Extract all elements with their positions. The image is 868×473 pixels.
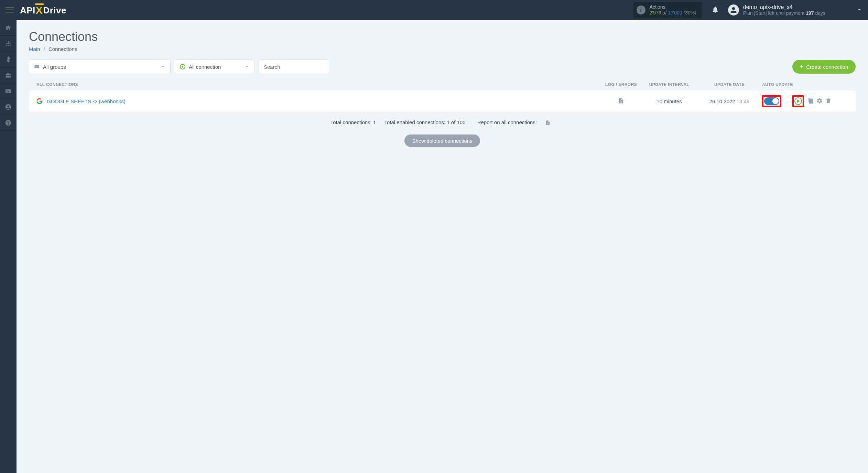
- page-title: Connections: [29, 30, 856, 44]
- create-connection-label: Create connection: [806, 64, 848, 70]
- date-cell: 26.10.2022 13:49: [697, 98, 762, 104]
- th-date: UPDATE DATE: [697, 82, 762, 87]
- search-input[interactable]: [264, 64, 324, 70]
- logo[interactable]: APIXDrive: [20, 4, 66, 16]
- plus-icon: +: [800, 64, 804, 70]
- sidebar-item-home[interactable]: [0, 20, 17, 36]
- user-menu[interactable]: demo_apix-drive_s4 Plan |Start| left unt…: [728, 4, 862, 16]
- filters-row: All groups All connection + Create conne…: [29, 60, 856, 74]
- connection-select-label: All connection: [189, 64, 221, 70]
- plan-suffix: days: [814, 10, 825, 16]
- breadcrumb: Main / Connections: [29, 46, 856, 52]
- breadcrumb-sep: /: [44, 46, 45, 52]
- connection-status-select[interactable]: All connection: [175, 60, 254, 74]
- chevron-down-icon: [161, 64, 165, 70]
- sidebar-item-billing[interactable]: [0, 52, 17, 67]
- create-connection-button[interactable]: + Create connection: [792, 60, 856, 74]
- auto-update-toggle[interactable]: [764, 97, 779, 105]
- sidebar-item-video[interactable]: [0, 83, 17, 99]
- sidebar-item-briefcase[interactable]: [0, 67, 17, 83]
- highlight-box: [792, 95, 804, 107]
- report-icon[interactable]: [545, 119, 551, 125]
- th-interval: UPDATE INTERVAL: [642, 82, 697, 87]
- main-content: Connections Main / Connections All group…: [17, 20, 868, 157]
- plan-line: Plan |Start| left until payment 197 days: [743, 10, 825, 16]
- sidebar: [0, 20, 17, 157]
- update-time: 13:49: [735, 98, 750, 104]
- report-label: Report on all connections:: [477, 119, 537, 125]
- avatar-icon: [728, 4, 739, 15]
- groups-select-label: All groups: [43, 64, 66, 70]
- connection-name-link[interactable]: GOOGLE SHEETS -> (webhooks): [47, 98, 126, 104]
- breadcrumb-main[interactable]: Main: [29, 46, 40, 52]
- actions-total: 10'000: [668, 10, 682, 15]
- chevron-down-icon: [856, 7, 862, 14]
- notifications-bell-icon[interactable]: [712, 6, 719, 14]
- trash-icon[interactable]: [825, 98, 832, 105]
- th-auto: AUTO UPDATE: [762, 82, 848, 87]
- table-header: ALL CONNECTIONS LOG / ERRORS UPDATE INTE…: [29, 81, 856, 90]
- total-connections: Total connections: 1: [330, 119, 376, 125]
- run-now-button[interactable]: [794, 97, 802, 105]
- th-log: LOG / ERRORS: [600, 82, 642, 87]
- username: demo_apix-drive_s4: [743, 4, 825, 10]
- google-icon: [36, 98, 43, 104]
- sidebar-item-connections[interactable]: [0, 36, 17, 52]
- info-icon: i: [637, 6, 645, 14]
- actions-used: 2'973: [650, 10, 661, 15]
- total-enabled: Total enabled connections: 1 of 100: [384, 119, 465, 125]
- chevron-down-icon: [245, 64, 249, 70]
- actions-of: of: [661, 10, 668, 15]
- stats-line: Total connections: 1 Total enabled conne…: [29, 119, 856, 126]
- highlight-box: [762, 95, 781, 107]
- search-box[interactable]: [259, 60, 329, 74]
- interval-cell: 10 minutes: [642, 98, 697, 104]
- update-date: 26.10.2022: [709, 98, 735, 104]
- plan-prefix: Plan |Start| left until payment: [743, 10, 806, 16]
- th-name: ALL CONNECTIONS: [36, 82, 600, 87]
- gear-icon[interactable]: [816, 98, 823, 105]
- breadcrumb-current: Connections: [48, 46, 77, 52]
- sidebar-item-account[interactable]: [0, 99, 17, 115]
- plan-days: 197: [806, 10, 814, 16]
- copy-icon[interactable]: [807, 98, 814, 105]
- log-icon[interactable]: [618, 99, 624, 105]
- play-icon: [180, 64, 185, 69]
- actions-pct: (30%): [682, 10, 696, 15]
- topbar: APIXDrive i Actions: 2'973 of 10'000 (30…: [0, 0, 868, 20]
- table-row: GOOGLE SHEETS -> (webhooks) 10 minutes 2…: [29, 90, 856, 112]
- actions-usage-box[interactable]: i Actions: 2'973 of 10'000 (30%): [633, 2, 702, 18]
- actions-label: Actions:: [650, 4, 696, 10]
- hamburger-menu-icon[interactable]: [6, 6, 14, 14]
- folder-icon: [34, 64, 40, 70]
- groups-select[interactable]: All groups: [29, 60, 171, 74]
- sidebar-item-help[interactable]: [0, 115, 17, 131]
- show-deleted-button[interactable]: Show deleted connections: [404, 135, 480, 147]
